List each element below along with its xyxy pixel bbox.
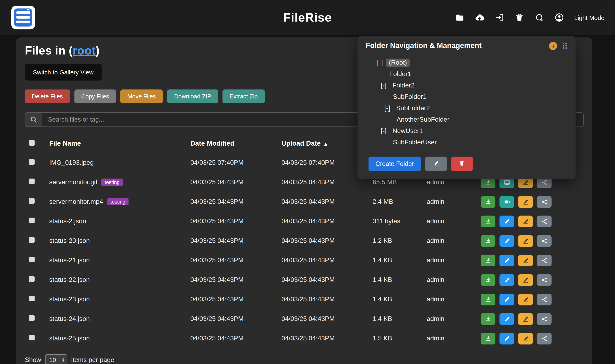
tree-item-label[interactable]: AnotherSubFolder <box>397 116 449 123</box>
tree-item-label[interactable]: SubFolder1 <box>393 93 426 101</box>
select-all-checkbox[interactable] <box>29 140 35 145</box>
file-name-label[interactable]: servermonitor.mp4 <box>49 198 103 205</box>
tree-item-root[interactable]: [-](Root) <box>366 57 567 68</box>
file-name-label[interactable]: IMG_0193.jpeg <box>49 159 94 166</box>
upload-date-value: 04/03/25 04:43PM <box>276 315 368 323</box>
share-button[interactable] <box>537 196 551 208</box>
row-checkbox[interactable] <box>29 198 35 204</box>
file-name-label[interactable]: status-23.json <box>49 296 90 303</box>
copy-files-button[interactable]: Copy Files <box>74 90 116 103</box>
tree-item-subfolderuser[interactable]: SubFolderUser <box>366 137 567 148</box>
file-name-label[interactable]: status-20.json <box>49 237 90 244</box>
share-button[interactable] <box>537 313 551 325</box>
delete-files-button[interactable]: Delete Files <box>25 90 70 103</box>
user-icon[interactable] <box>554 13 564 23</box>
folder-icon[interactable] <box>455 13 465 23</box>
share-button[interactable] <box>537 215 551 227</box>
tree-collapse-toggle[interactable]: [-] <box>384 104 396 112</box>
download-button[interactable] <box>481 235 496 247</box>
rename-button[interactable] <box>518 215 533 227</box>
tree-item-subfolder1[interactable]: SubFolder1 <box>366 91 567 103</box>
date-modified-value: 04/03/25 04:43PM <box>185 276 276 284</box>
tree-item-folder1[interactable]: Folder1 <box>366 68 567 80</box>
download-button[interactable] <box>481 293 496 305</box>
row-checkbox[interactable] <box>29 159 35 165</box>
download-button[interactable] <box>481 313 496 325</box>
column-header-file-name[interactable]: File Name <box>44 139 185 147</box>
tree-collapse-toggle[interactable]: [-] <box>381 82 393 89</box>
download-button[interactable] <box>481 215 496 227</box>
edit-button[interactable] <box>499 215 514 227</box>
video-preview-button[interactable] <box>499 196 514 208</box>
row-checkbox[interactable] <box>29 237 35 243</box>
tree-item-label[interactable]: Folder1 <box>389 70 411 78</box>
tree-item-label[interactable]: SubFolderUser <box>393 139 437 146</box>
trash-icon[interactable] <box>514 13 525 23</box>
theme-toggle[interactable]: Light Mode <box>574 14 604 21</box>
tree-item-label[interactable]: SubFolder2 <box>396 104 430 112</box>
rename-button[interactable] <box>518 196 533 208</box>
row-checkbox[interactable] <box>29 218 35 223</box>
rename-button[interactable] <box>518 274 533 286</box>
row-checkbox[interactable] <box>29 276 35 282</box>
tree-item-newuser1[interactable]: [-]NewUser1 <box>366 125 567 137</box>
row-actions <box>476 293 584 305</box>
share-button[interactable] <box>537 274 551 286</box>
share-button[interactable] <box>537 254 551 266</box>
share-button[interactable] <box>537 332 551 344</box>
tree-item-folder2[interactable]: [-]Folder2 <box>366 80 567 91</box>
edit-button[interactable] <box>499 332 514 344</box>
uploader-value: admin <box>422 257 476 264</box>
row-checkbox[interactable] <box>29 257 35 262</box>
file-name-label[interactable]: status-2.json <box>49 218 86 224</box>
tree-item-label[interactable]: Folder2 <box>393 82 415 89</box>
items-per-page-select[interactable]: 10 ▲▼ <box>45 354 67 364</box>
file-name-label[interactable]: status-25.json <box>49 335 90 342</box>
edit-button[interactable] <box>499 293 514 305</box>
tree-item-label[interactable]: NewUser1 <box>393 127 423 135</box>
download-button[interactable] <box>481 254 496 266</box>
file-name-label[interactable]: status-24.json <box>49 315 90 322</box>
column-header-upload-date[interactable]: Upload Date▲ <box>276 139 368 147</box>
logout-icon[interactable] <box>495 13 505 23</box>
edit-button[interactable] <box>499 254 514 266</box>
info-icon[interactable]: i <box>549 42 557 50</box>
edit-button[interactable] <box>499 235 514 247</box>
switch-gallery-view-button[interactable]: Switch to Gallery View <box>25 64 102 80</box>
tree-item-subfolder2[interactable]: [-]SubFolder2 <box>366 103 567 114</box>
create-folder-button[interactable]: Create Folder <box>368 156 421 171</box>
tree-item-label[interactable]: (Root) <box>386 59 410 67</box>
root-folder-link[interactable]: root <box>73 44 96 57</box>
move-files-button[interactable]: Move Files <box>120 90 163 103</box>
download-zip-button[interactable]: Download ZIP <box>167 90 218 103</box>
rename-button[interactable] <box>518 254 533 266</box>
share-button[interactable] <box>537 235 551 247</box>
file-name-label[interactable]: status-22.json <box>49 276 90 283</box>
rename-folder-button[interactable] <box>425 156 447 171</box>
download-button[interactable] <box>481 196 496 208</box>
rename-button[interactable] <box>518 313 533 325</box>
badge-plus-icon[interactable] <box>535 13 545 23</box>
rename-button[interactable] <box>518 332 533 344</box>
cloud-upload-icon[interactable] <box>475 13 485 23</box>
share-button[interactable] <box>537 293 551 305</box>
rename-button[interactable] <box>518 293 533 305</box>
rename-button[interactable] <box>518 235 533 247</box>
row-checkbox[interactable] <box>29 315 35 321</box>
delete-folder-button[interactable] <box>451 156 473 171</box>
tree-item-anothersubfolder[interactable]: AnotherSubFolder <box>366 114 567 125</box>
download-button[interactable] <box>481 274 496 286</box>
column-header-date-modified[interactable]: Date Modified <box>185 139 276 147</box>
edit-button[interactable] <box>499 313 514 325</box>
edit-button[interactable] <box>499 274 514 286</box>
row-checkbox[interactable] <box>29 179 35 184</box>
file-size-value: 1.4 KB <box>368 296 422 303</box>
row-checkbox[interactable] <box>29 335 35 340</box>
extract-zip-button[interactable]: Extract Zip <box>223 90 265 103</box>
file-name-label[interactable]: status-21.json <box>49 257 90 263</box>
tree-collapse-toggle[interactable]: [-] <box>381 127 393 135</box>
download-button[interactable] <box>481 332 496 344</box>
drag-handle-icon[interactable] <box>562 42 567 49</box>
row-checkbox[interactable] <box>29 296 35 301</box>
file-name-label[interactable]: servermonitor.gif <box>49 179 97 185</box>
